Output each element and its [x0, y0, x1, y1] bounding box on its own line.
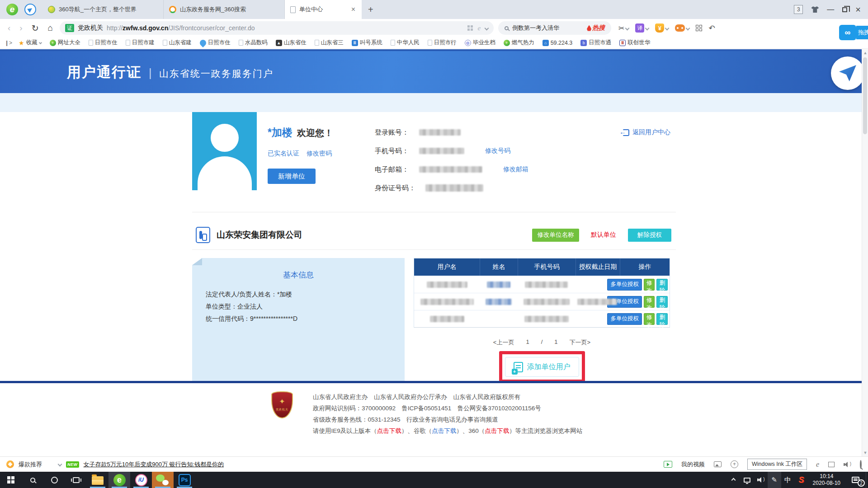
my-video-label[interactable]: 我的视频 [681, 460, 705, 469]
undo-icon[interactable]: ↶ [708, 23, 715, 33]
windows-ink-pen-icon[interactable]: ✎ [768, 472, 781, 488]
back-icon[interactable]: ‹ [5, 23, 13, 33]
start-button[interactable] [0, 472, 22, 488]
wallet-shield-icon[interactable]: ¥ [655, 23, 669, 33]
delete-button[interactable]: 删除 [656, 279, 668, 291]
window-mode-icon[interactable] [828, 462, 835, 467]
multi-unit-auth-button[interactable]: 多单位授权 [607, 279, 642, 291]
extensions-grid-icon[interactable] [696, 25, 702, 31]
bookmark-item[interactable]: 山东省三 [312, 39, 346, 47]
realname-verified-link[interactable]: 已实名认证 [268, 150, 299, 158]
taskbar-search-icon[interactable] [22, 472, 43, 488]
bookmark-item[interactable]: +燃气热力 [501, 39, 537, 47]
photoshop-icon[interactable]: Ps [174, 472, 195, 488]
site-apps-icon[interactable] [467, 25, 473, 31]
bookmark-item[interactable]: 日照市行 [425, 39, 459, 47]
screenshot-image-icon[interactable] [714, 461, 722, 467]
change-email-link[interactable]: 修改邮箱 [503, 165, 528, 174]
edit-button[interactable]: 修改 [644, 296, 655, 308]
bookmark-item[interactable]: 日照市住 [86, 39, 120, 47]
bookmark-item[interactable]: 日照市住 [197, 39, 233, 47]
zoom-search-icon[interactable] [860, 461, 862, 468]
news-headline-link[interactable]: 女子存款5万元10年后变成900万 银行告知:钱都是你的 [84, 460, 224, 469]
bookmark-item[interactable]: 水晶数码 [236, 39, 270, 47]
sidebar-expand-icon[interactable]: ❙> [5, 40, 12, 46]
sogou-input-icon[interactable]: S [795, 472, 808, 488]
new-tab-button[interactable]: + [362, 0, 380, 19]
tab-sd-gov-search[interactable]: 山东政务服务网_360搜索 [164, 0, 285, 19]
download-link[interactable]: 点击下载 [377, 427, 401, 434]
tab-close-icon[interactable]: × [350, 6, 356, 13]
cloud-disk-icon[interactable]: ∞ [839, 25, 856, 40]
back-to-user-center-link[interactable]: 返回用户中心 [623, 128, 670, 136]
add-unit-user-button[interactable]: 添加单位用户 [505, 357, 579, 377]
show-desktop-button[interactable] [866, 472, 868, 488]
page-scrollbar[interactable]: ▲ ▼ [862, 49, 868, 456]
scroll-down-arrow[interactable]: ▼ [862, 449, 868, 456]
mute-speaker-icon[interactable]: ) [844, 461, 851, 468]
bookmark-item[interactable]: Ⅱ联创世华 [617, 39, 653, 47]
notification-center-icon[interactable]: 2 [845, 472, 866, 488]
forward-icon[interactable]: › [17, 23, 24, 33]
bookmark-item[interactable]: 日照市建 [123, 39, 157, 47]
tab-unit-center[interactable]: 单位中心 × [285, 0, 362, 19]
bookmark-item[interactable]: ◍毕业生档 [462, 39, 498, 47]
next-page-link[interactable]: 下一页> [570, 338, 591, 347]
bookmark-item[interactable]: ▲山东省住 [273, 39, 309, 47]
prev-page-link[interactable]: <上一页 [493, 338, 514, 347]
file-explorer-icon[interactable] [87, 472, 108, 488]
rename-unit-button[interactable]: 修改单位名称 [532, 229, 579, 242]
network-icon[interactable] [741, 472, 754, 488]
refresh-icon[interactable]: ↻ [29, 23, 41, 33]
browser-logo-icon[interactable]: e [6, 4, 18, 15]
download-link[interactable]: 点击下载 [485, 427, 509, 434]
bookmark-item[interactable]: 山东省建 [160, 39, 194, 47]
bookmark-item[interactable]: ⌂59.224.3 [540, 40, 576, 46]
bookmark-item[interactable]: b日照市通 [578, 39, 614, 47]
restore-window-button[interactable] [842, 7, 847, 12]
tab-360-nav[interactable]: 360导航_一个主页，整个世界 [42, 0, 164, 19]
bookmark-item[interactable]: 中华人民 [388, 39, 422, 47]
hidden-icons-chevron[interactable] [727, 472, 741, 488]
ie-mode-icon[interactable]: e [816, 460, 819, 469]
cloud-disk-overlay[interactable]: ∞ 拖拽 [839, 25, 868, 40]
taskbar-clock[interactable]: 10:14 2020-08-10 [808, 473, 845, 487]
hot-search[interactable]: 热搜 [587, 24, 605, 32]
iu-app-icon[interactable]: iU [130, 472, 152, 488]
change-phone-link[interactable]: 修改号码 [485, 147, 510, 155]
edit-button[interactable]: 修改 [644, 279, 655, 291]
bookmark-favorites[interactable]: ★收藏 [16, 39, 44, 47]
compat-mode-icon[interactable]: e [477, 24, 481, 32]
delete-button[interactable]: 删除 [656, 313, 668, 325]
default-unit-button[interactable]: 默认单位 [591, 231, 616, 239]
game-center-icon[interactable] [675, 24, 689, 32]
scrollbar-thumb[interactable] [863, 57, 867, 134]
tab-count-badge[interactable]: 3 [794, 5, 803, 14]
collapse-chevron-icon[interactable] [58, 462, 62, 467]
skin-theme-icon[interactable] [811, 6, 819, 13]
bookmark-item[interactable]: +网址大全 [47, 39, 83, 47]
360-browser-icon[interactable]: e [108, 472, 130, 488]
bookmark-item[interactable]: Ⅲ叫号系统 [349, 39, 385, 47]
windows-ink-label[interactable]: Windows Ink 工作区 [747, 459, 807, 470]
translate-icon[interactable]: 译 [635, 23, 649, 33]
ime-indicator[interactable]: 中 [781, 472, 795, 488]
revoke-auth-button[interactable]: 解除授权 [628, 229, 671, 242]
add-circle-icon[interactable]: + [731, 460, 738, 468]
wechat-icon[interactable] [152, 472, 174, 488]
nav-compass-icon[interactable] [24, 4, 36, 15]
chevron-down-icon[interactable] [485, 26, 489, 30]
change-password-link[interactable]: 修改密码 [307, 150, 332, 158]
edit-button[interactable]: 修改 [644, 313, 655, 325]
my-video-icon[interactable] [664, 461, 672, 468]
screenshot-scissors-icon[interactable]: ✂ [618, 24, 629, 33]
url-text[interactable]: http://zwfw.sd.gov.cn/JIS/frontcoruser/c… [107, 24, 255, 32]
search-box[interactable]: 倒数第一考入清华 热搜 [498, 21, 611, 35]
multi-unit-auth-button[interactable]: 多单位授权 [607, 313, 642, 325]
minimize-button[interactable]: — [827, 6, 834, 13]
close-window-button[interactable]: × [855, 5, 861, 14]
delete-button[interactable]: 删除 [656, 296, 668, 308]
cortana-icon[interactable] [43, 472, 65, 488]
scroll-up-arrow[interactable]: ▲ [862, 49, 868, 56]
volume-icon[interactable]: ) [754, 472, 768, 488]
